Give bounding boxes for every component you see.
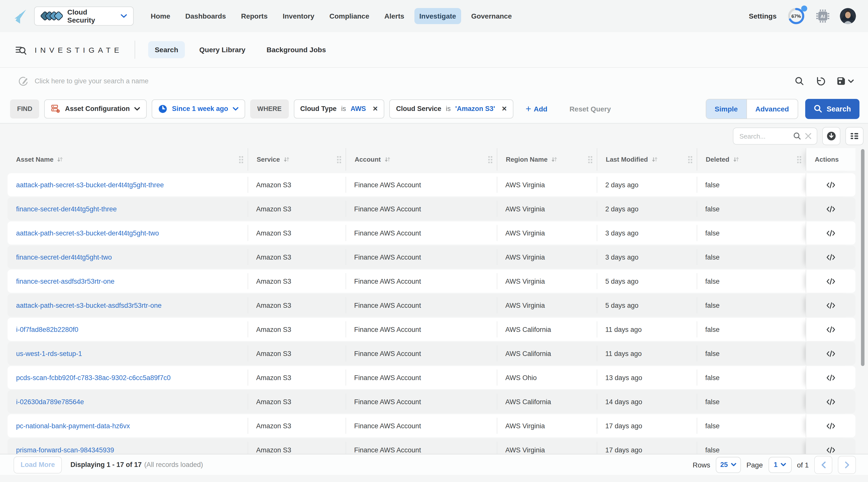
tab-background-jobs[interactable]: Background Jobs — [260, 41, 333, 58]
code-actions-icon[interactable] — [826, 374, 835, 381]
nav-item-inventory[interactable]: Inventory — [278, 8, 319, 24]
asset-name-link[interactable]: aattack-path-secret-s3-bucket-asdfsd3r53… — [16, 301, 161, 309]
code-actions-icon[interactable] — [826, 182, 835, 188]
tab-search[interactable]: Search — [148, 41, 185, 58]
code-actions-icon[interactable] — [826, 254, 835, 260]
nav-item-home[interactable]: Home — [146, 8, 175, 24]
ai-copilot-icon[interactable]: AI — [816, 9, 830, 23]
filter-chip-cloud-type[interactable]: Cloud TypeisAWS✕ — [293, 99, 384, 118]
asset-name-link[interactable]: aattack-path-secret-s3-bucket-der4t4tg5g… — [16, 229, 159, 237]
column-drag-handle-icon[interactable] — [488, 155, 493, 163]
usage-percent-label: 67% — [792, 13, 801, 19]
row-actions-cell[interactable] — [806, 342, 856, 365]
table-search-input[interactable] — [738, 132, 789, 140]
column-header-last-modified[interactable]: Last Modified — [597, 148, 697, 171]
user-avatar[interactable] — [840, 8, 856, 24]
simple-mode-tab[interactable]: Simple — [706, 99, 746, 118]
remove-filter-icon[interactable]: ✕ — [502, 105, 507, 113]
reset-query-button[interactable]: Reset Query — [566, 104, 614, 113]
table-row: finance-secret-der4t4tg5ght-threeAmazon … — [7, 197, 856, 220]
code-actions-icon[interactable] — [826, 278, 835, 284]
code-actions-icon[interactable] — [826, 447, 835, 453]
entity-type-dropdown[interactable]: Asset Configuration — [44, 99, 147, 118]
column-drag-handle-icon[interactable] — [688, 155, 693, 163]
page-number-select[interactable]: 1 — [768, 457, 792, 473]
asset-name-link[interactable]: us-west-1-rds-setup-1 — [16, 350, 82, 357]
column-header-asset-name[interactable]: Asset Name — [7, 148, 248, 171]
code-actions-icon[interactable] — [826, 205, 835, 212]
row-actions-cell[interactable] — [806, 173, 856, 196]
search-icon[interactable] — [793, 132, 801, 140]
row-actions-cell[interactable] — [806, 294, 856, 317]
sort-icon[interactable] — [384, 156, 391, 163]
nav-item-compliance[interactable]: Compliance — [324, 8, 374, 24]
column-drag-handle-icon[interactable] — [337, 155, 342, 163]
clear-search-icon[interactable] — [805, 133, 812, 139]
column-drag-handle-icon[interactable] — [797, 155, 802, 163]
row-actions-cell[interactable] — [806, 269, 856, 293]
row-actions-cell[interactable] — [806, 438, 856, 455]
previous-page-button[interactable] — [814, 456, 832, 474]
next-page-button[interactable] — [838, 456, 856, 474]
code-actions-icon[interactable] — [826, 326, 835, 333]
asset-name-link[interactable]: prisma-forward-scan-984345939 — [16, 446, 114, 454]
product-switcher[interactable]: Cloud Security — [34, 6, 134, 26]
sort-icon[interactable] — [57, 156, 64, 163]
rows-per-page-select[interactable]: 25 — [716, 457, 741, 473]
asset-name-link[interactable]: i-0f7fad8e82b2280f0 — [16, 326, 79, 333]
column-header-service[interactable]: Service — [248, 148, 346, 171]
row-actions-cell[interactable] — [806, 221, 856, 245]
add-filter-button[interactable]: + Add — [523, 103, 551, 114]
column-drag-handle-icon[interactable] — [239, 155, 244, 163]
asset-name-link[interactable]: finance-secret-asdfsd3r53rtr-one — [16, 278, 115, 285]
filter-chip-cloud-service[interactable]: Cloud Serviceis'Amazon S3'✕ — [390, 99, 514, 118]
code-actions-icon[interactable] — [826, 302, 835, 309]
asset-name-link[interactable]: aattack-path-secret-s3-bucket-der4t4tg5g… — [16, 181, 164, 189]
undo-icon[interactable] — [815, 76, 825, 86]
column-drag-handle-icon[interactable] — [588, 155, 593, 163]
usage-credits-ring[interactable]: 67% — [786, 6, 806, 26]
row-actions-cell[interactable] — [806, 246, 856, 268]
asset-name-link[interactable]: finance-secret-der4t4tg5ght-two — [16, 253, 112, 261]
sort-icon[interactable] — [284, 156, 290, 163]
time-range-dropdown[interactable]: Since 1 week ago — [152, 99, 245, 118]
row-actions-cell[interactable] — [806, 390, 856, 413]
row-actions-cell[interactable] — [806, 366, 856, 389]
nav-item-investigate[interactable]: Investigate — [414, 8, 461, 24]
sort-icon[interactable] — [551, 156, 558, 163]
column-header-actions[interactable]: Actions — [806, 148, 856, 171]
download-button[interactable] — [822, 127, 840, 145]
code-actions-icon[interactable] — [826, 398, 835, 405]
remove-filter-icon[interactable]: ✕ — [372, 105, 378, 113]
settings-link[interactable]: Settings — [749, 12, 777, 20]
code-actions-icon[interactable] — [826, 350, 835, 357]
code-actions-icon[interactable] — [826, 422, 835, 429]
row-actions-cell[interactable] — [806, 318, 856, 341]
advanced-mode-tab[interactable]: Advanced — [746, 99, 798, 118]
last-modified-cell: 2 days ago — [597, 173, 697, 196]
nav-item-alerts[interactable]: Alerts — [379, 8, 409, 24]
search-button[interactable]: Search — [805, 99, 860, 119]
vertical-scrollbar[interactable] — [861, 149, 865, 366]
asset-name-link[interactable]: pc-national-bank-payment-data-hz6vx — [16, 422, 130, 429]
nav-item-governance[interactable]: Governance — [466, 8, 517, 24]
asset-name-link[interactable]: i-02630da789e78564e — [16, 398, 84, 406]
sort-icon[interactable] — [733, 156, 739, 163]
asset-name-link[interactable]: finance-secret-der4t4tg5ght-three — [16, 205, 117, 213]
search-name-input[interactable] — [34, 77, 317, 85]
column-header-region-name[interactable]: Region Name — [497, 148, 597, 171]
tab-query-library[interactable]: Query Library — [193, 41, 252, 58]
load-more-button[interactable]: Load More — [13, 456, 62, 473]
code-actions-icon[interactable] — [826, 230, 835, 236]
nav-item-reports[interactable]: Reports — [236, 8, 273, 24]
nav-item-dashboards[interactable]: Dashboards — [180, 8, 231, 24]
column-settings-button[interactable] — [845, 127, 864, 145]
asset-name-link[interactable]: pcds-scan-fcbb920f-c783-38ac-9302-c6cc5a… — [16, 374, 170, 381]
row-actions-cell[interactable] — [806, 197, 856, 220]
row-actions-cell[interactable] — [806, 414, 856, 437]
save-menu-button[interactable] — [836, 76, 854, 86]
sort-icon[interactable] — [651, 156, 658, 163]
column-header-account[interactable]: Account — [346, 148, 497, 171]
column-header-deleted[interactable]: Deleted — [697, 148, 806, 171]
search-icon[interactable] — [795, 76, 804, 86]
